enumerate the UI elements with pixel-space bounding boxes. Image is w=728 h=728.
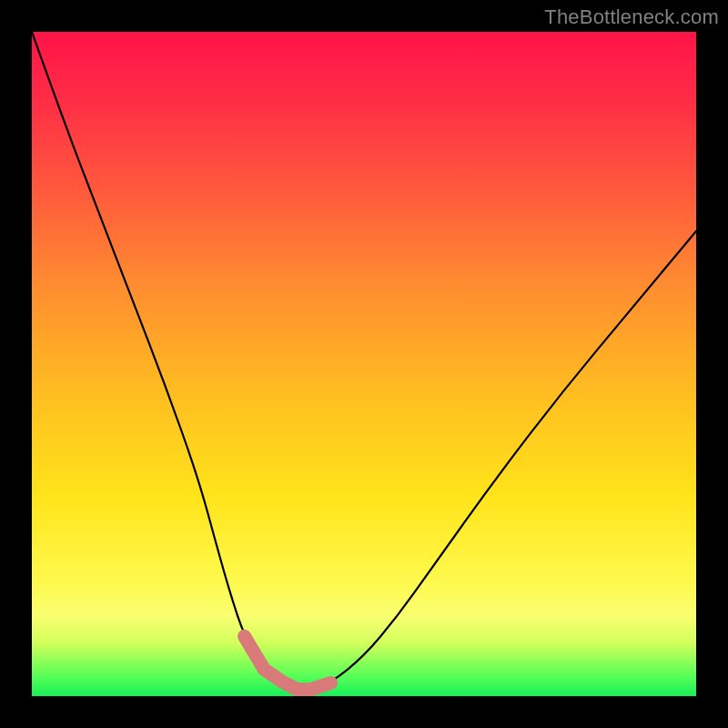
plot-area [32,32,696,696]
chart-frame: TheBottleneck.com [0,0,728,728]
zero-zone-marker-path [245,636,331,689]
watermark-text: TheBottleneck.com [544,5,719,29]
curve-layer [32,32,696,696]
bottleneck-curve-path [32,32,696,690]
